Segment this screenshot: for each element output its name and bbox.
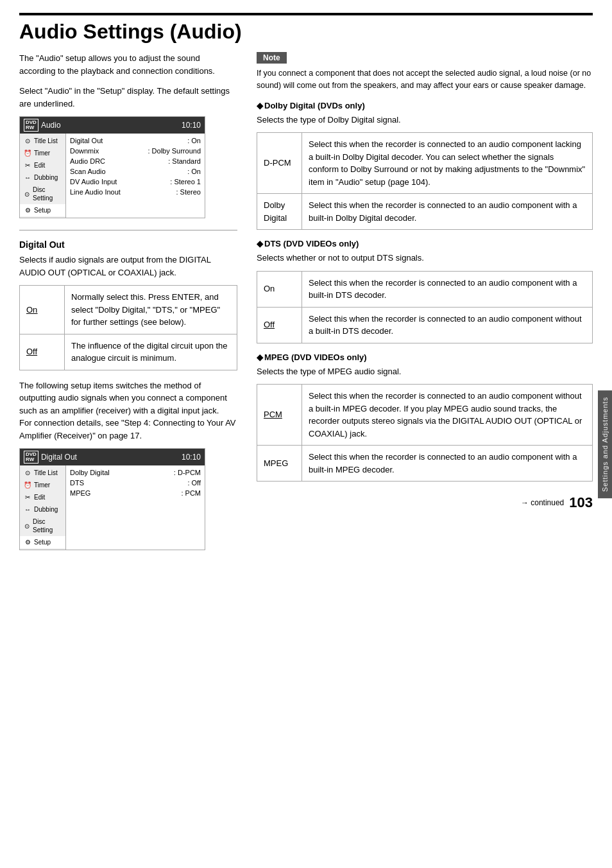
dubbing2-icon: ↔ [23, 505, 32, 514]
digital-out-desc: Selects if audio signals are output from… [19, 254, 237, 279]
ui-row: DV Audio Input : Stereo 1 [70, 177, 201, 187]
row-key: Digital Out [70, 137, 103, 144]
select-text: Select "Audio" in the "Setup" display. T… [19, 85, 237, 110]
note-text: If you connect a component that does not… [257, 67, 593, 92]
screen2-main: Dolby Digital : D-PCM DTS : Off MPEG : P… [66, 465, 205, 550]
screen1-sidebar: ⊙ Title List ⏰ Timer ✂ Edit ↔ [20, 134, 66, 218]
sidebar-label: Edit [34, 161, 45, 169]
screen1-header: DVDRW Audio 10:10 [20, 117, 205, 134]
term-label: Off [264, 320, 275, 329]
table-row: DolbyDigital Select this when the record… [257, 194, 593, 230]
edit2-icon: ✂ [23, 493, 32, 501]
ui-row: Scan Audio : On [70, 166, 201, 177]
row-val: : On [187, 168, 201, 175]
term-dpcm: D-PCM [257, 133, 302, 194]
dolby-heading: Dolby Digital (DVDs only) [257, 101, 593, 110]
ui-row: Line Audio Inout : Stereo [70, 187, 201, 197]
term-dpcm-desc: Select this when the recorder is connect… [302, 133, 593, 194]
row2-key: DTS [70, 479, 84, 487]
sidebar-item-edit: ✂ Edit [20, 159, 65, 171]
row-val: : Stereo [176, 188, 201, 196]
ui-row: Digital Out : On [70, 135, 201, 146]
sidebar2-label: Dubbing [34, 505, 58, 514]
setup2-icon: ⚙ [23, 538, 32, 546]
mpeg-heading: MPEG (DVD VIDEOs only) [257, 352, 593, 362]
setup-icon: ⚙ [23, 206, 32, 214]
table-row: Off Select this when the recorder is con… [257, 307, 593, 343]
term-off: Off [20, 334, 65, 370]
row-key: Scan Audio [70, 168, 106, 175]
sidebar-label: Title List [34, 137, 58, 145]
sidebar-label: Setup [34, 206, 51, 214]
sidebar-item-dubbing: ↔ Dubbing [20, 171, 65, 184]
note-label: Note [257, 52, 287, 64]
term-dolby: DolbyDigital [257, 194, 302, 230]
table-row: On Select this when the recorder is conn… [257, 271, 593, 307]
ui-row2: Dolby Digital : D-PCM [70, 467, 201, 478]
ui-row: Audio DRC : Standard [70, 156, 201, 166]
dts-table: On Select this when the recorder is conn… [257, 271, 593, 343]
section-divider [19, 230, 237, 230]
screen1-title: Audio [41, 121, 179, 130]
digital-out-table: On Normally select this. Press ENTER, an… [19, 285, 237, 370]
page-footer: → continued 103 [257, 494, 593, 511]
sidebar2-item-titlelist: ⊙ Title List [20, 467, 65, 479]
screen2-sidebar: ⊙ Title List ⏰ Timer ✂ Edit ↔ [20, 465, 66, 550]
row-val: : Stereo 1 [170, 178, 201, 186]
dolby-desc: Selects the type of Dolby Digital signal… [257, 114, 593, 126]
discsetting2-icon: ⊙ [23, 522, 31, 530]
term-dts-on: On [257, 271, 302, 307]
mpeg-table: PCM Select this when the recorder is con… [257, 384, 593, 482]
sidebar-item-discsetting: ⊙ Disc Setting [20, 184, 65, 204]
note-box: Note If you connect a component that doe… [257, 52, 593, 92]
digital-out-screen: DVDRW Digital Out 10:10 ⊙ Title List ⏰ T… [19, 448, 205, 550]
term-label: On [26, 305, 37, 315]
sidebar2-label: Timer [34, 481, 50, 489]
row-key: Downmix [70, 147, 99, 155]
continued-text: → continued [521, 498, 564, 507]
sidebar-item-titlelist: ⊙ Title List [20, 135, 65, 147]
sidebar-item-setup: ⚙ Setup [20, 204, 65, 216]
table-row: On Normally select this. Press ENTER, an… [20, 286, 237, 334]
row2-val: : PCM [181, 489, 201, 497]
row-key: DV Audio Input [70, 178, 117, 186]
side-tab: Settings and Adjustments [598, 390, 612, 498]
sidebar2-label: Title List [34, 469, 58, 477]
sidebar2-label: Edit [34, 493, 45, 501]
row2-key: MPEG [70, 489, 90, 497]
term-label: PCM [264, 410, 282, 419]
audio-menu-screen: DVDRW Audio 10:10 ⊙ Title List ⏰ Timer [19, 116, 205, 218]
row-val: : Dolby Surround [148, 147, 201, 155]
row-key: Audio DRC [70, 157, 105, 165]
term-dolby-desc: Select this when the recorder is connect… [302, 194, 593, 230]
row-val: : On [187, 137, 201, 144]
sidebar-label: Dubbing [34, 173, 58, 182]
titlelist-icon: ⊙ [23, 137, 32, 145]
table-row: MPEG Select this when the recorder is co… [257, 446, 593, 482]
table-row: Off The influence of the digital circuit… [20, 334, 237, 370]
screen1-main: Digital Out : On Downmix : Dolby Surroun… [66, 134, 205, 218]
page-content: Audio Settings (Audio) The "Audio" setup… [19, 13, 593, 562]
dvd-icon: DVDRW [24, 119, 38, 132]
dts-desc: Selects whether or not to output DTS sig… [257, 252, 593, 265]
screen1-body: ⊙ Title List ⏰ Timer ✂ Edit ↔ [20, 134, 205, 218]
right-column: Note If you connect a component that doe… [257, 52, 593, 562]
sidebar-label: Timer [34, 149, 50, 157]
side-tab-text: Settings and Adjustments [601, 397, 609, 492]
term-dts-on-desc: Select this when the recorder is connect… [302, 271, 593, 307]
edit-icon: ✂ [23, 161, 32, 169]
timer-icon: ⏰ [23, 149, 32, 157]
table-row: D-PCM Select this when the recorder is c… [257, 133, 593, 194]
dts-heading-text: DTS (DVD VIDEOs only) [264, 239, 359, 248]
screen2-header: DVDRW Digital Out 10:10 [20, 449, 205, 465]
sidebar-label: Disc Setting [33, 186, 62, 202]
term-dts-off-desc: Select this when the recorder is connect… [302, 307, 593, 343]
ui-row: Downmix : Dolby Surround [70, 146, 201, 156]
term-mpeg: MPEG [257, 446, 302, 482]
timer2-icon: ⏰ [23, 481, 32, 489]
titlelist2-icon: ⊙ [23, 469, 32, 477]
screen1-time: 10:10 [182, 121, 201, 130]
row2-val: : D-PCM [174, 469, 201, 476]
term-label: Off [26, 347, 37, 356]
sidebar2-item-dubbing: ↔ Dubbing [20, 503, 65, 516]
